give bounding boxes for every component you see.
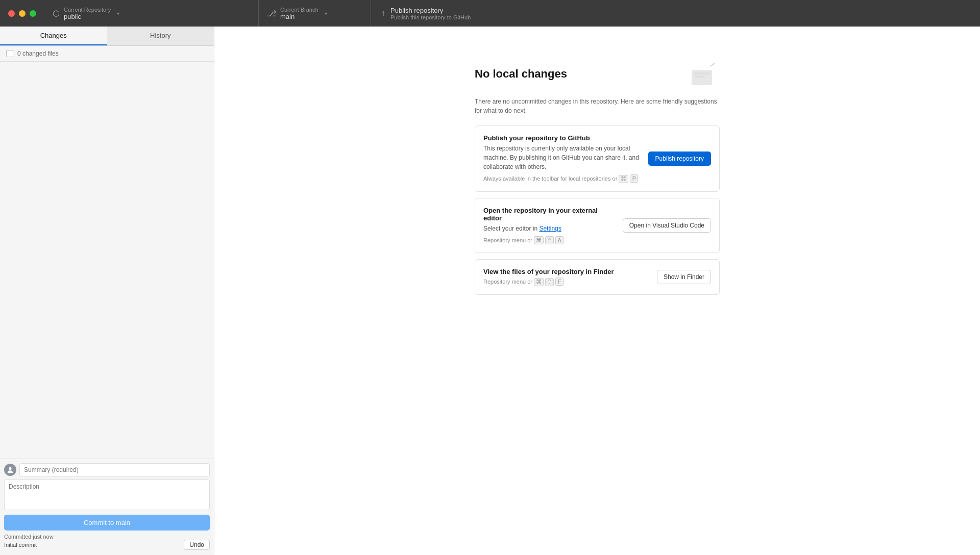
commit-summary-row xyxy=(4,463,210,476)
cmd-key: ⌘ xyxy=(619,175,628,183)
publish-section[interactable]: ↑ Publish repository Publish this reposi… xyxy=(371,0,481,27)
committed-text: Committed just now xyxy=(4,534,210,540)
commit-description-input[interactable] xyxy=(4,480,210,510)
changed-files-bar: 0 changed files xyxy=(0,46,214,62)
branch-label: Current Branch xyxy=(280,7,318,13)
undo-button[interactable]: Undo xyxy=(184,540,210,550)
committed-info: Committed just now Initial commit Undo xyxy=(4,533,210,551)
repo-chevron-icon: ▾ xyxy=(117,11,119,16)
select-all-checkbox[interactable] xyxy=(6,50,13,57)
no-changes-header: No local changes xyxy=(475,67,720,93)
close-button[interactable] xyxy=(8,10,15,17)
commit-button[interactable]: Commit to main xyxy=(4,515,210,531)
titlebar-sections: ⬡ Current Repository public ▾ ⎇ Current … xyxy=(44,0,980,27)
no-changes-desc: There are no uncommitted changes in this… xyxy=(475,97,720,115)
branch-icon: ⎇ xyxy=(267,9,276,18)
publish-card-desc: This repository is currently only availa… xyxy=(483,144,640,171)
tab-history[interactable]: History xyxy=(107,27,214,45)
editor-shortcut: Repository menu or ⌘ ⇧ A xyxy=(483,236,615,245)
avatar xyxy=(4,464,16,476)
publish-shortcut: Always available in the toolbar for loca… xyxy=(483,174,640,183)
commit-summary-input[interactable] xyxy=(19,463,210,476)
svg-rect-2 xyxy=(694,76,704,78)
no-changes-icon xyxy=(689,62,720,93)
minimize-button[interactable] xyxy=(19,10,26,17)
main-layout: Changes History 0 changed files Commit t… xyxy=(0,27,980,555)
tab-changes[interactable]: Changes xyxy=(0,27,107,45)
publish-icon: ↑ xyxy=(381,9,385,18)
publish-subtitle: Publish this repository to GitHub xyxy=(390,14,471,20)
initial-commit-text: Initial commit xyxy=(4,542,37,548)
p-key: P xyxy=(630,174,638,183)
sidebar: Changes History 0 changed files Commit t… xyxy=(0,27,214,555)
open-vscode-button[interactable]: Open in Visual Studio Code xyxy=(623,218,711,233)
file-count: 0 changed files xyxy=(17,50,59,57)
branch-chevron-icon: ▾ xyxy=(325,11,327,16)
files-list xyxy=(0,62,214,459)
current-repo-section[interactable]: ⬡ Current Repository public ▾ xyxy=(44,0,259,27)
branch-value: main xyxy=(280,13,318,20)
a-key: A xyxy=(555,236,564,244)
repo-value: public xyxy=(64,13,111,20)
shift-key2: ⇧ xyxy=(545,278,554,286)
publish-card-title: Publish your repository to GitHub xyxy=(483,134,640,142)
commit-area: Commit to main Committed just now Initia… xyxy=(0,459,214,555)
committed-undo-row: Initial commit Undo xyxy=(4,540,210,550)
main-content: No local changes There are no uncommitte… xyxy=(214,27,980,555)
no-changes-title: No local changes xyxy=(475,67,567,81)
no-changes-container: No local changes There are no uncommitte… xyxy=(475,67,720,301)
finder-shortcut: Repository menu or ⌘ ⇧ F xyxy=(483,278,649,286)
show-finder-button[interactable]: Show in Finder xyxy=(657,270,711,284)
svg-rect-1 xyxy=(694,72,709,74)
traffic-lights xyxy=(0,10,44,17)
f-key: F xyxy=(555,278,564,286)
cmd-key2: ⌘ xyxy=(534,236,544,244)
sidebar-tabs: Changes History xyxy=(0,27,214,46)
publish-repo-button[interactable]: Publish repository xyxy=(648,152,711,166)
repo-label: Current Repository xyxy=(64,7,111,13)
editor-card: Open the repository in your external edi… xyxy=(475,198,720,254)
finder-card-title: View the files of your repository in Fin… xyxy=(483,268,649,275)
shift-key: ⇧ xyxy=(545,236,554,244)
publish-title: Publish repository xyxy=(390,7,471,14)
settings-link[interactable]: Settings xyxy=(539,225,561,232)
finder-card: View the files of your repository in Fin… xyxy=(475,259,720,295)
editor-card-desc: Select your editor in Settings xyxy=(483,224,615,233)
svg-line-3 xyxy=(710,63,715,66)
maximize-button[interactable] xyxy=(30,10,36,17)
editor-card-title: Open the repository in your external edi… xyxy=(483,207,615,222)
current-branch-section[interactable]: ⎇ Current Branch main ▾ xyxy=(259,0,371,27)
repo-icon: ⬡ xyxy=(53,9,60,18)
cmd-key3: ⌘ xyxy=(534,278,544,286)
publish-card: Publish your repository to GitHub This r… xyxy=(475,125,720,192)
titlebar: ⬡ Current Repository public ▾ ⎇ Current … xyxy=(0,0,980,27)
